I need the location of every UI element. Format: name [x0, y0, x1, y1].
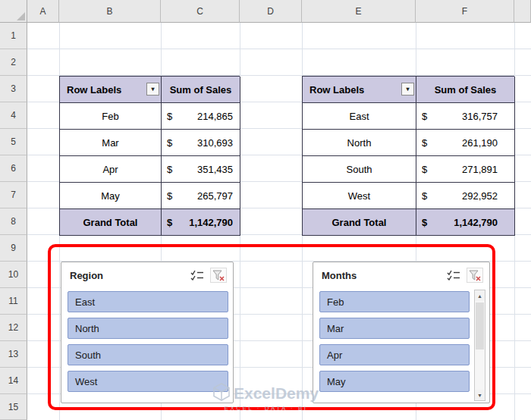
pivot-header-row-labels[interactable]: Row Labels ▾ [303, 77, 416, 103]
row-header-2[interactable]: 2 [0, 49, 27, 76]
row-header-6[interactable]: 6 [0, 155, 27, 182]
currency-symbol: $ [167, 164, 172, 175]
row-header-4[interactable]: 4 [0, 102, 27, 129]
multi-select-icon[interactable] [189, 268, 206, 283]
pivot-table-months: Row Labels ▾ Sum of Sales Feb $ 214,865 … [59, 76, 240, 236]
select-all-corner[interactable] [0, 0, 27, 23]
scroll-down-arrow[interactable]: ▼ [475, 390, 485, 400]
currency-symbol: $ [422, 111, 427, 122]
amount: 261,190 [462, 137, 498, 149]
currency-symbol: $ [422, 217, 427, 228]
pivot-row-label[interactable]: Apr [60, 156, 162, 183]
amount: 351,435 [197, 164, 233, 175]
row-header-15[interactable]: 15 [0, 394, 27, 420]
scrollbar-track[interactable] [475, 301, 485, 390]
grand-total-label[interactable]: Grand Total [60, 209, 162, 236]
pivot-row-value[interactable]: $ 351,435 [162, 156, 240, 183]
slicer-scrollbar[interactable]: ▲ ▼ [474, 290, 485, 401]
slicer-item-north[interactable]: North [68, 318, 228, 339]
pivot-row-value[interactable]: $ 310,693 [162, 130, 240, 156]
months-slicer-header[interactable]: Months [313, 262, 489, 288]
amount: 265,797 [197, 190, 233, 202]
pivot-header-row-labels[interactable]: Row Labels ▾ [60, 77, 162, 103]
pivot-row-value[interactable]: $ 265,797 [162, 183, 240, 209]
pivot-row-label[interactable]: Feb [60, 103, 162, 130]
pivot-row-label[interactable]: East [303, 103, 416, 130]
grand-total-label[interactable]: Grand Total [303, 209, 416, 236]
pivot-row-label[interactable]: South [303, 156, 416, 183]
pivot-row-label[interactable]: May [60, 183, 162, 209]
slicer-item-feb[interactable]: Feb [319, 291, 470, 312]
amount: 1,142,790 [189, 217, 233, 228]
filter-dropdown-button[interactable]: ▾ [401, 83, 414, 96]
row-header-11[interactable]: 11 [0, 288, 27, 315]
slicer-title: Region [70, 270, 184, 281]
pivot-row-value[interactable]: $ 271,891 [416, 156, 515, 183]
pivot-header-sum-of-sales[interactable]: Sum of Sales [416, 77, 515, 103]
pivot-row-value[interactable]: $ 292,952 [416, 183, 515, 209]
row-header-12[interactable]: 12 [0, 315, 27, 341]
slicer-title: Months [322, 270, 441, 281]
column-header-a[interactable]: A [27, 0, 59, 23]
clear-filter-icon[interactable] [210, 268, 227, 283]
pivot-row-label[interactable]: West [303, 183, 416, 209]
grand-total-value[interactable]: $ 1,142,790 [162, 209, 240, 236]
clear-filter-icon[interactable] [467, 268, 483, 283]
row-labels-text: Row Labels [67, 84, 121, 96]
region-slicer[interactable]: Region East North South West [61, 262, 234, 403]
region-slicer-header[interactable]: Region [61, 262, 233, 288]
slicer-item-west[interactable]: West [68, 371, 228, 392]
slicer-item-mar[interactable]: Mar [319, 318, 470, 339]
slicer-item-apr[interactable]: Apr [319, 344, 470, 365]
row-header-14[interactable]: 14 [0, 368, 27, 394]
pivot-row-value[interactable]: $ 214,865 [162, 103, 240, 130]
row-header-9[interactable]: 9 [0, 235, 27, 262]
column-header-f[interactable]: F [416, 0, 514, 23]
slicer-item-east[interactable]: East [68, 291, 228, 312]
slicer-item-south[interactable]: South [68, 344, 228, 365]
pivot-row-label[interactable]: Mar [60, 130, 162, 156]
amount: 1,142,790 [454, 217, 498, 228]
pivot-row-label[interactable]: North [303, 130, 416, 156]
currency-symbol: $ [167, 190, 172, 202]
filter-dropdown-button[interactable]: ▾ [146, 83, 159, 96]
multi-select-icon[interactable] [445, 268, 462, 283]
pivot-table-regions: Row Labels ▾ Sum of Sales East $ 316,757… [302, 76, 514, 236]
scrollbar-thumb[interactable] [476, 302, 484, 349]
amount: 292,952 [462, 190, 498, 202]
scroll-up-arrow[interactable]: ▲ [475, 290, 485, 301]
currency-symbol: $ [422, 164, 427, 175]
amount: 214,865 [197, 111, 233, 122]
row-labels-text: Row Labels [309, 84, 364, 96]
excel-window: A B C D E F 1 2 3 4 5 6 7 8 9 10 11 12 1… [0, 0, 531, 420]
row-header-13[interactable]: 13 [0, 341, 27, 368]
currency-symbol: $ [167, 111, 172, 122]
column-header-partial[interactable] [514, 0, 531, 23]
row-header-8[interactable]: 8 [0, 208, 27, 235]
slicer-item-may[interactable]: May [319, 371, 470, 392]
row-header-5[interactable]: 5 [0, 129, 27, 155]
column-header-d[interactable]: D [240, 0, 302, 23]
currency-symbol: $ [422, 190, 427, 202]
row-header-1[interactable]: 1 [0, 23, 27, 49]
column-header-b[interactable]: B [59, 0, 161, 23]
row-header-3[interactable]: 3 [0, 76, 27, 102]
amount: 310,693 [197, 137, 233, 149]
currency-symbol: $ [167, 217, 172, 228]
currency-symbol: $ [422, 137, 427, 149]
pivot-row-value[interactable]: $ 316,757 [416, 103, 515, 130]
pivot-row-value[interactable]: $ 261,190 [416, 130, 515, 156]
amount: 316,757 [462, 111, 498, 122]
grand-total-value[interactable]: $ 1,142,790 [416, 209, 515, 236]
pivot-header-sum-of-sales[interactable]: Sum of Sales [162, 77, 240, 103]
currency-symbol: $ [167, 137, 172, 149]
row-header-10[interactable]: 10 [0, 262, 27, 288]
amount: 271,891 [462, 164, 498, 175]
months-slicer[interactable]: Months Feb Mar Apr May ▲ [313, 262, 490, 403]
column-header-c[interactable]: C [161, 0, 240, 23]
column-header-e[interactable]: E [302, 0, 416, 23]
row-header-7[interactable]: 7 [0, 182, 27, 208]
